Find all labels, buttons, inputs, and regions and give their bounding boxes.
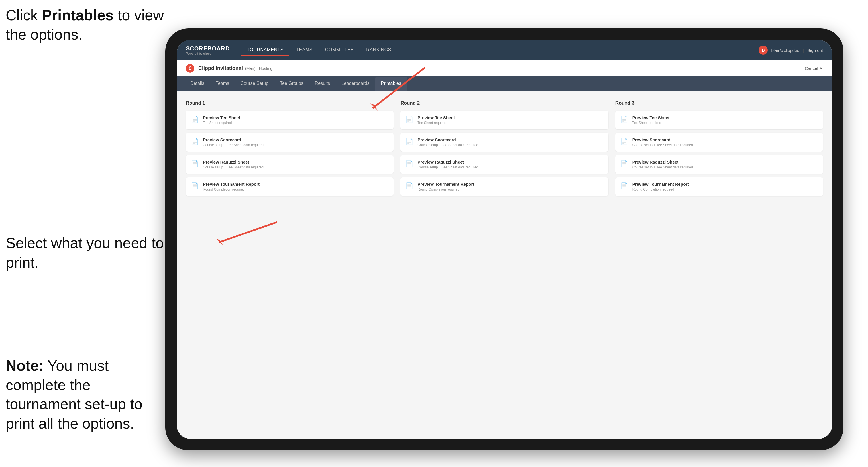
raguzzi-icon-r3: 📄	[620, 160, 628, 168]
tab-tee-groups[interactable]: Tee Groups	[274, 77, 309, 91]
tab-details[interactable]: Details	[185, 77, 210, 91]
instruction-top-text: Click Printables to view the options.	[6, 7, 164, 43]
round-1-raguzzi-card[interactable]: 📄 Preview Raguzzi Sheet Course setup + T…	[186, 155, 394, 174]
round-2-raguzzi-text: Preview Raguzzi Sheet Course setup + Tee…	[417, 160, 603, 169]
round-2-scorecard-subtitle: Course setup + Tee Sheet data required	[417, 143, 603, 147]
logo-title: SCOREBOARD	[186, 45, 230, 52]
round-3-tournament-report-title: Preview Tournament Report	[632, 182, 818, 187]
round-2-tee-sheet-card[interactable]: 📄 Preview Tee Sheet Tee Sheet required	[400, 111, 608, 129]
round-1-tee-sheet-subtitle: Tee Sheet required	[203, 121, 389, 125]
round-3-raguzzi-subtitle: Course setup + Tee Sheet data required	[632, 165, 818, 169]
round-1-raguzzi-subtitle: Course setup + Tee Sheet data required	[203, 165, 389, 169]
round-3-title: Round 3	[615, 100, 823, 106]
content-area: Round 1 📄 Preview Tee Sheet Tee Sheet re…	[177, 91, 832, 439]
cancel-button[interactable]: Cancel ✕	[805, 66, 823, 71]
round-3-scorecard-subtitle: Course setup + Tee Sheet data required	[632, 143, 818, 147]
round-1-tee-sheet-card[interactable]: 📄 Preview Tee Sheet Tee Sheet required	[186, 111, 394, 129]
round-1-scorecard-text: Preview Scorecard Course setup + Tee She…	[203, 137, 389, 147]
round-3-column: Round 3 📄 Preview Tee Sheet Tee Sheet re…	[615, 100, 823, 199]
round-2-tournament-report-title: Preview Tournament Report	[417, 182, 603, 187]
round-2-scorecard-text: Preview Scorecard Course setup + Tee She…	[417, 137, 603, 147]
round-3-scorecard-text: Preview Scorecard Course setup + Tee She…	[632, 137, 818, 147]
round-1-tee-sheet-title: Preview Tee Sheet	[203, 115, 389, 120]
round-2-raguzzi-subtitle: Course setup + Tee Sheet data required	[417, 165, 603, 169]
tournament-report-icon-r3: 📄	[620, 182, 628, 190]
nav-divider: |	[803, 48, 804, 53]
logo-area: SCOREBOARD Powered by clippd	[186, 45, 230, 55]
tab-bar: Details Teams Course Setup Tee Groups Re…	[177, 76, 832, 91]
tablet-screen: SCOREBOARD Powered by clippd TOURNAMENTS…	[177, 40, 832, 439]
round-2-raguzzi-title: Preview Raguzzi Sheet	[417, 160, 603, 164]
round-1-tournament-report-subtitle: Round Completion required	[203, 187, 389, 191]
round-1-raguzzi-text: Preview Raguzzi Sheet Course setup + Tee…	[203, 160, 389, 169]
round-2-tee-sheet-title: Preview Tee Sheet	[417, 115, 603, 120]
round-3-tee-sheet-text: Preview Tee Sheet Tee Sheet required	[632, 115, 818, 125]
raguzzi-icon: 📄	[191, 160, 199, 168]
tournament-report-icon: 📄	[191, 182, 199, 190]
round-1-tee-sheet-text: Preview Tee Sheet Tee Sheet required	[203, 115, 389, 125]
round-2-scorecard-card[interactable]: 📄 Preview Scorecard Course setup + Tee S…	[400, 133, 608, 152]
tab-course-setup[interactable]: Course Setup	[235, 77, 274, 91]
tab-printables[interactable]: Printables	[375, 77, 407, 91]
round-3-scorecard-card[interactable]: 📄 Preview Scorecard Course setup + Tee S…	[615, 133, 823, 152]
tab-results[interactable]: Results	[309, 77, 336, 91]
round-3-raguzzi-title: Preview Raguzzi Sheet	[632, 160, 818, 164]
note-bold: Note:	[6, 357, 43, 374]
instruction-middle: Select what you need to print.	[6, 234, 165, 272]
round-1-scorecard-title: Preview Scorecard	[203, 137, 389, 142]
round-3-tee-sheet-title: Preview Tee Sheet	[632, 115, 818, 120]
scorecard-icon-r3: 📄	[620, 138, 628, 146]
tablet-frame: SCOREBOARD Powered by clippd TOURNAMENTS…	[165, 29, 843, 450]
sign-out-link[interactable]: Sign out	[807, 48, 823, 53]
nav-right: B blair@clippd.io | Sign out	[758, 45, 823, 55]
nav-item-tournaments[interactable]: TOURNAMENTS	[241, 45, 289, 56]
round-1-tournament-report-card[interactable]: 📄 Preview Tournament Report Round Comple…	[186, 177, 394, 196]
round-1-column: Round 1 📄 Preview Tee Sheet Tee Sheet re…	[186, 100, 394, 199]
round-2-scorecard-title: Preview Scorecard	[417, 137, 603, 142]
round-2-title: Round 2	[400, 100, 608, 106]
top-nav: SCOREBOARD Powered by clippd TOURNAMENTS…	[177, 40, 832, 60]
round-2-tournament-report-subtitle: Round Completion required	[417, 187, 603, 191]
round-1-scorecard-subtitle: Course setup + Tee Sheet data required	[203, 143, 389, 147]
scorecard-icon-r2: 📄	[405, 138, 413, 146]
round-2-tee-sheet-subtitle: Tee Sheet required	[417, 121, 603, 125]
round-1-raguzzi-title: Preview Raguzzi Sheet	[203, 160, 389, 164]
round-3-tournament-report-text: Preview Tournament Report Round Completi…	[632, 182, 818, 191]
round-3-tournament-report-card[interactable]: 📄 Preview Tournament Report Round Comple…	[615, 177, 823, 196]
round-2-column: Round 2 📄 Preview Tee Sheet Tee Sheet re…	[400, 100, 608, 199]
round-1-title: Round 1	[186, 100, 394, 106]
printables-bold: Printables	[42, 7, 114, 23]
tournament-logo: C	[186, 64, 194, 73]
logo-sub: Powered by clippd	[186, 52, 230, 55]
tournament-status: Hosting	[259, 66, 272, 71]
round-1-tournament-report-text: Preview Tournament Report Round Completi…	[203, 182, 389, 191]
tab-leaderboards[interactable]: Leaderboards	[336, 77, 375, 91]
round-1-scorecard-card[interactable]: 📄 Preview Scorecard Course setup + Tee S…	[186, 133, 394, 152]
round-1-tournament-report-title: Preview Tournament Report	[203, 182, 389, 187]
round-3-raguzzi-card[interactable]: 📄 Preview Raguzzi Sheet Course setup + T…	[615, 155, 823, 174]
instruction-top: Click Printables to view the options.	[6, 6, 165, 44]
round-3-raguzzi-text: Preview Raguzzi Sheet Course setup + Tee…	[632, 160, 818, 169]
round-3-scorecard-title: Preview Scorecard	[632, 137, 818, 142]
user-avatar: B	[758, 45, 768, 55]
tournament-tag: (Men)	[245, 66, 256, 71]
raguzzi-icon-r2: 📄	[405, 160, 413, 168]
round-2-tournament-report-text: Preview Tournament Report Round Completi…	[417, 182, 603, 191]
nav-item-rankings[interactable]: RANKINGS	[361, 45, 397, 56]
nav-items: TOURNAMENTS TEAMS COMMITTEE RANKINGS	[241, 45, 758, 56]
instruction-middle-text: Select what you need to print.	[6, 235, 164, 271]
nav-item-teams[interactable]: TEAMS	[290, 45, 318, 56]
instruction-bottom: Note: You must complete the tournament s…	[6, 356, 165, 433]
round-2-tournament-report-card[interactable]: 📄 Preview Tournament Report Round Comple…	[400, 177, 608, 196]
tournament-bar: C Clippd Invitational (Men) Hosting Canc…	[177, 60, 832, 76]
tee-sheet-icon-r2: 📄	[405, 116, 413, 124]
tab-teams[interactable]: Teams	[210, 77, 235, 91]
nav-item-committee[interactable]: COMMITTEE	[319, 45, 360, 56]
round-3-tee-sheet-subtitle: Tee Sheet required	[632, 121, 818, 125]
tournament-report-icon-r2: 📄	[405, 182, 413, 190]
user-email: blair@clippd.io	[771, 48, 799, 53]
round-3-tournament-report-subtitle: Round Completion required	[632, 187, 818, 191]
round-2-raguzzi-card[interactable]: 📄 Preview Raguzzi Sheet Course setup + T…	[400, 155, 608, 174]
round-2-tee-sheet-text: Preview Tee Sheet Tee Sheet required	[417, 115, 603, 125]
round-3-tee-sheet-card[interactable]: 📄 Preview Tee Sheet Tee Sheet required	[615, 111, 823, 129]
